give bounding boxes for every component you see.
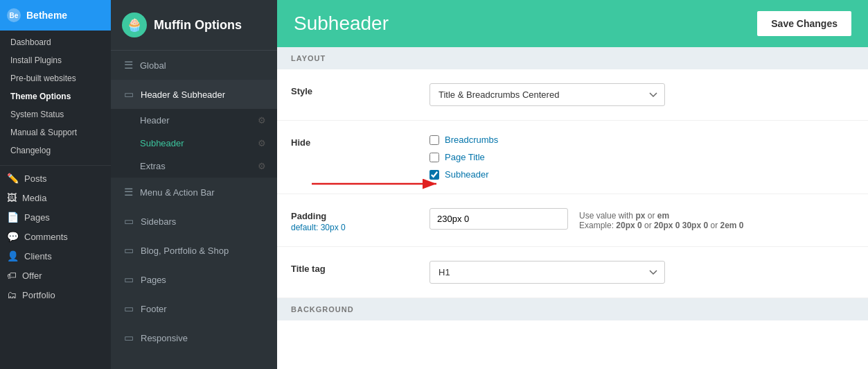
subheader-gear-icon[interactable]: ⚙ [258,138,266,148]
sidebar-item-install-plugins[interactable]: Install Plugins [0,51,111,69]
padding-input[interactable] [429,208,568,230]
sidebars-icon: ▭ [124,215,134,228]
content-header: Subheader Save Changes [277,0,868,47]
sidebar-item-posts[interactable]: ✏️ Posts [0,169,111,188]
breadcrumbs-checkbox[interactable] [429,135,439,145]
pages-nav-icon: ▭ [124,273,134,286]
sidebar-item-changelog[interactable]: Changelog [0,141,111,160]
plugin-sub-extras[interactable]: Extras ⚙ [111,155,277,178]
posts-label: Posts [24,173,47,184]
sidebar-item-system-status[interactable]: System Status [0,105,111,123]
page-title-checkbox-row: Page Title [429,152,854,162]
header-subheader-label: Header & Subheader [141,89,225,100]
sidebar-item-clients[interactable]: 👤 Clients [0,246,111,266]
sidebar-item-media[interactable]: 🖼 Media [0,188,111,207]
sidebar-item-theme-options[interactable]: Theme Options [0,87,111,105]
plugin-nav-menu-action-bar[interactable]: ☰ Menu & Action Bar [111,178,277,207]
muffin-icon: 🧁 [122,12,147,37]
plugin-title: Muffin Options [154,18,242,33]
style-label: Style [291,83,416,96]
betheme-menu-item[interactable]: Be Betheme [0,0,111,31]
padding-label: Padding default: 30px 0 [291,208,416,232]
sidebar-item-pages[interactable]: 📄 Pages [0,207,111,227]
padding-control: Use value with px or em Example: 20px 0 … [429,208,854,230]
clients-label: Clients [24,251,52,261]
responsive-label: Responsive [141,333,188,343]
blog-portfolio-icon: ▭ [124,244,134,257]
subheader-checkbox[interactable] [429,170,439,180]
save-changes-button[interactable]: Save Changes [757,11,851,36]
padding-inline: Use value with px or em Example: 20px 0 … [429,208,854,230]
extras-gear-icon[interactable]: ⚙ [258,161,266,171]
style-option-row: Style Title & Breadcrumbs Centered Title… [277,69,868,121]
betheme-label: Betheme [26,10,67,21]
betheme-icon: Be [7,8,21,22]
style-select[interactable]: Title & Breadcrumbs Centered Title Cente… [429,83,665,106]
sidebar-item-offer[interactable]: 🏷 Offer [0,266,111,285]
hide-option-row: Hide Breadcrumbs Page Title [277,121,868,194]
betheme-sub-nav: Dashboard Install Plugins Pre-built webs… [0,31,111,162]
breadcrumbs-checkbox-label: Breadcrumbs [445,135,498,145]
plugin-nav-blog-portfolio[interactable]: ▭ Blog, Portfolio & Shop [111,236,277,265]
footer-icon: ▭ [124,302,134,315]
annotation-arrow [305,173,443,194]
style-control: Title & Breadcrumbs Centered Title Cente… [429,83,854,106]
admin-sidebar: Be Betheme Dashboard Install Plugins Pre… [0,0,111,369]
subheader-checkbox-label: Subheader [445,169,489,180]
page-title-checkbox-label: Page Title [445,152,485,162]
padding-hint: Use value with px or em Example: 20px 0 … [579,208,744,230]
header-subheader-submenu: Header ⚙ Subheader ⚙ Extras ⚙ [111,109,277,178]
page-title-checkbox[interactable] [429,153,439,162]
background-section-header: BACKGROUND [277,298,868,320]
blog-portfolio-label: Blog, Portfolio & Shop [141,246,229,256]
breadcrumbs-checkbox-row: Breadcrumbs [429,135,854,145]
title-tag-option-row: Title tag H1 H2 H3 H4 H5 H6 [277,247,868,298]
padding-option-row: Padding default: 30px 0 Use value with p… [277,194,868,247]
plugin-nav-footer[interactable]: ▭ Footer [111,294,277,323]
plugin-nav-pages[interactable]: ▭ Pages [111,265,277,294]
portfolio-icon: 🗂 [7,289,17,300]
main-content: 🧁 Muffin Options ☰ Global ▭ Header & Sub… [111,0,868,369]
pages-label: Pages [24,212,50,223]
responsive-icon: ▭ [124,332,134,344]
global-label: Global [140,60,166,71]
sidebar-item-dashboard[interactable]: Dashboard [0,33,111,51]
media-icon: 🖼 [7,192,17,203]
offer-icon: 🏷 [7,270,17,281]
portfolio-label: Portfolio [22,290,55,300]
sidebars-label: Sidebars [141,216,176,227]
sidebar-item-pre-built[interactable]: Pre-built websites [0,69,111,87]
menu-action-bar-label: Menu & Action Bar [140,187,215,198]
offer-label: Offer [22,271,42,281]
title-tag-label: Title tag [291,261,416,274]
content-panel: Subheader Save Changes LAYOUT Style Titl… [277,0,868,369]
pages-icon: 📄 [7,212,19,223]
media-label: Media [22,193,46,203]
hide-label: Hide [291,135,416,148]
sidebar-item-comments[interactable]: 💬 Comments [0,227,111,246]
comments-label: Comments [24,232,68,242]
comments-icon: 💬 [7,231,19,242]
plugin-header: 🧁 Muffin Options [111,0,277,51]
title-tag-select[interactable]: H1 H2 H3 H4 H5 H6 [429,261,665,284]
layout-section-header: LAYOUT [277,47,868,69]
title-tag-control: H1 H2 H3 H4 H5 H6 [429,261,854,284]
padding-sub-label: default: 30px 0 [291,223,416,232]
plugin-sidebar: 🧁 Muffin Options ☰ Global ▭ Header & Sub… [111,0,277,369]
clients-icon: 👤 [7,250,19,261]
plugin-nav-responsive[interactable]: ▭ Responsive [111,323,277,352]
plugin-nav-header-subheader[interactable]: ▭ Header & Subheader [111,80,277,109]
posts-icon: ✏️ [7,173,19,184]
plugin-nav-global[interactable]: ☰ Global [111,51,277,80]
sidebar-item-portfolio[interactable]: 🗂 Portfolio [0,285,111,304]
plugin-sub-subheader[interactable]: Subheader ⚙ [111,132,277,155]
header-gear-icon[interactable]: ⚙ [258,115,266,126]
global-icon: ☰ [124,59,133,71]
hide-control: Breadcrumbs Page Title [429,135,854,180]
plugin-nav-sidebars[interactable]: ▭ Sidebars [111,207,277,236]
page-title: Subheader [294,12,389,35]
header-subheader-icon: ▭ [124,88,134,101]
pages-nav-label: Pages [141,275,166,285]
sidebar-item-manual-support[interactable]: Manual & Support [0,123,111,141]
plugin-sub-header[interactable]: Header ⚙ [111,109,277,132]
